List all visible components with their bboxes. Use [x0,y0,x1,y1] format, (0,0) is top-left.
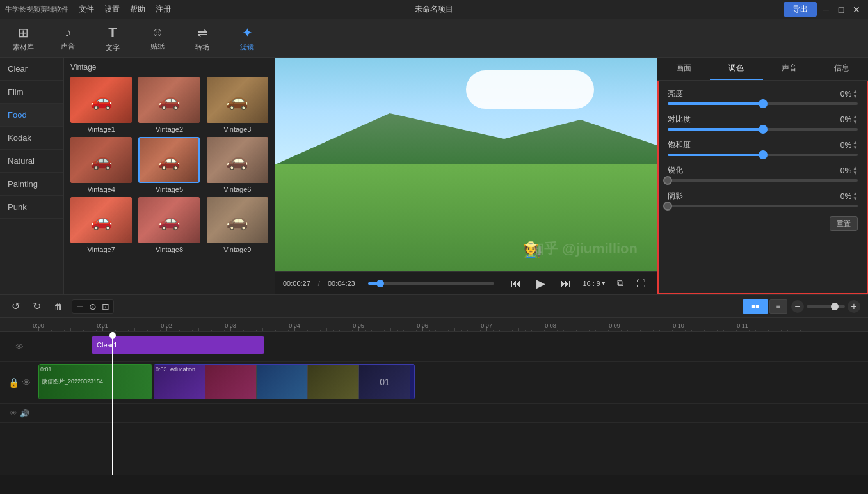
app-name: 牛学长视频剪辑软件 [5,4,68,14]
toolbar-sticker[interactable]: ☺ 贴纸 [145,25,170,51]
filter-category-punk[interactable]: Punk [0,196,63,219]
mode-btn-1[interactable]: ■■ [743,299,768,314]
filter-category-natural[interactable]: Natural [0,150,63,173]
saturation-fill [668,154,763,156]
filter-thumb-img-8 [138,197,200,243]
video-clip-1[interactable]: 0:01 微信图片_20220323154... [38,364,152,399]
filter-thumb-vintage9[interactable]: Vintage9 [205,197,269,253]
brightness-knob[interactable] [759,99,768,108]
undo-button[interactable]: ↺ [8,299,24,314]
tab-color[interactable]: 调色 [710,58,762,80]
menu-register[interactable]: 注册 [156,4,171,15]
progress-bar[interactable] [368,282,495,285]
sharpness-arrows[interactable]: ▲▼ [853,166,858,176]
saturation-knob[interactable] [759,150,768,159]
lock-track-icon[interactable]: 🔒 [8,378,19,388]
saturation-slider[interactable] [668,154,858,156]
play-pause-button[interactable]: ▶ [533,275,549,292]
tab-screen[interactable]: 画面 [657,58,710,80]
brightness-arrows[interactable]: ▲▼ [853,89,858,99]
delete-button[interactable]: 🗑 [50,300,67,313]
filter-thumb-vintage2[interactable]: Vintage2 [137,77,201,133]
filter-thumb-vintage1[interactable]: Vintage1 [69,77,133,133]
playhead[interactable] [112,332,113,475]
timeline-right-controls: ■■ ≡ − + [743,299,860,314]
aspect-ratio-selector[interactable]: 16 : 9 ▾ [583,279,606,287]
filter-category-painting[interactable]: Painting [0,173,63,196]
sharpness-knob[interactable] [663,176,672,185]
sharpness-slider[interactable] [668,179,858,182]
filter-thumb-label-7: Vintage7 [88,246,115,253]
ruler-label-2: 0:02 [161,323,172,329]
ruler-label-7: 0:07 [481,323,492,329]
audio-eye-icon[interactable]: 👁 [10,409,17,418]
filter-thumb-vintage3[interactable]: Vintage3 [205,77,269,133]
filter-thumb-vintage6[interactable]: Vintage6 [205,137,269,193]
prev-frame-button[interactable]: ⏮ [507,276,525,291]
filter-category-food[interactable]: Food [0,104,63,127]
filter-thumb-label-1: Vintage1 [88,125,115,133]
ruler-content: 0:000:010:020:030:040:050:060:070:080:09… [38,318,868,331]
close-button[interactable]: ✕ [850,3,863,16]
filter-category-clear[interactable]: Clear [0,58,63,81]
eye-track-icon[interactable]: 👁 [22,378,31,388]
split-tool-icon[interactable]: ⊣ [76,301,84,312]
contrast-knob[interactable] [759,125,768,134]
preview-controls: 00:00:27 / 00:04:23 ⏮ ▶ ⏭ 16 : 9 ▾ ⧉ ⛶ [275,271,657,294]
filter-thumb-vintage5[interactable]: Vintage5 [137,137,201,193]
shadow-slider[interactable] [668,205,858,207]
main-toolbar: ⊞ 素材库 ♪ 声音 T 文字 ☺ 贴纸 ⇌ 转场 ✦ 滤镜 [0,19,868,58]
audio-volume-icon[interactable]: 🔊 [20,409,29,418]
toolbar-transition[interactable]: ⇌ 转场 [189,25,215,52]
filter-track-eye-icon[interactable]: 👁 [15,342,24,352]
filter-category-kodak[interactable]: Kodak [0,127,63,150]
window-mode-button[interactable]: ⧉ [613,276,627,290]
filter-category-film[interactable]: Film [0,81,63,104]
reset-button[interactable]: 重置 [830,216,858,231]
progress-knob[interactable] [376,280,384,287]
filter-thumbnails: Vintage1 Vintage2 Vintage3 Vintage4 Vint… [69,77,269,253]
filter-thumb-img-4 [70,137,132,183]
saturation-arrows[interactable]: ▲▼ [853,140,858,150]
crop-tool-icon[interactable]: ⊡ [102,301,109,312]
shadow-arrows[interactable]: ▲▼ [853,191,858,202]
brightness-slider[interactable] [668,102,858,105]
timeline-toolbar: ↺ ↻ 🗑 ⊣ ⊙ ⊡ ■■ ≡ − + [0,295,868,318]
adjust-shadow: 阴影 0% ▲▼ [668,191,858,207]
filter-thumb-vintage8[interactable]: Vintage8 [137,197,201,253]
timeline-area: ↺ ↻ 🗑 ⊣ ⊙ ⊡ ■■ ≡ − + [0,294,868,475]
tab-info[interactable]: 信息 [816,58,868,80]
zoom-plus-button[interactable]: + [848,300,860,313]
menu-settings[interactable]: 设置 [104,4,120,15]
contrast-arrows[interactable]: ▲▼ [853,115,858,125]
toolbar-audio[interactable]: ♪ 声音 [55,25,81,51]
menu-help[interactable]: 帮助 [130,4,145,15]
filter-thumb-vintage7[interactable]: Vintage7 [69,197,133,253]
export-button[interactable]: 导出 [784,2,817,17]
track-zoom-control: − + [791,300,860,313]
loop-tool-icon[interactable]: ⊙ [89,301,97,312]
mode-btn-2[interactable]: ≡ [769,299,787,314]
scene-person: 🧑‍🌾 [523,241,542,259]
tab-audio[interactable]: 声音 [763,58,816,80]
playhead-handle[interactable] [109,332,116,339]
minimize-button[interactable]: ─ [819,3,832,16]
ruler-label-8: 0:08 [545,323,556,329]
menu-file[interactable]: 文件 [79,4,94,15]
zoom-minus-button[interactable]: − [791,300,804,313]
contrast-slider[interactable] [668,128,858,131]
shadow-knob[interactable] [663,202,672,211]
toolbar-filter[interactable]: ✦ 滤镜 [234,25,260,52]
video-clip-2[interactable]: 0:03 education 01 [154,364,415,399]
next-frame-button[interactable]: ⏭ [557,276,575,291]
restore-button[interactable]: □ [835,3,848,16]
filter-thumb-vintage4[interactable]: Vintage4 [69,137,133,193]
redo-button[interactable]: ↻ [29,299,45,314]
zoom-bar[interactable] [807,305,845,308]
transition-icon: ⇌ [197,25,208,40]
time-total: 00:04:23 [328,280,355,287]
toolbar-text[interactable]: T 文字 [100,24,125,52]
filter-clip-clear1[interactable]: Clear1 [92,336,264,354]
toolbar-material[interactable]: ⊞ 素材库 [10,25,36,52]
fullscreen-button[interactable]: ⛶ [632,276,649,290]
